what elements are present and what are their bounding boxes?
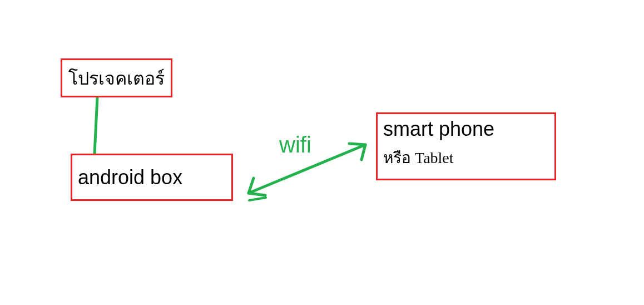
android-box-label: android box: [78, 166, 182, 189]
projector-label: โปรเจคเตอร์: [68, 64, 165, 92]
projector-to-android-line: [95, 97, 97, 154]
wifi-arrowhead-right: [349, 144, 365, 160]
wifi-arrowhead-left: [249, 178, 265, 195]
smartphone-label-line2: หรือ Tablet: [383, 145, 549, 170]
smartphone-label-line1: smart phone: [383, 117, 549, 141]
stray-stroke: [249, 198, 266, 200]
wifi-edge-label: wifi: [279, 132, 311, 158]
android-box-node: android box: [71, 154, 233, 201]
projector-node: โปรเจคเตอร์: [61, 58, 172, 97]
smartphone-node: smart phone หรือ Tablet: [376, 112, 556, 180]
